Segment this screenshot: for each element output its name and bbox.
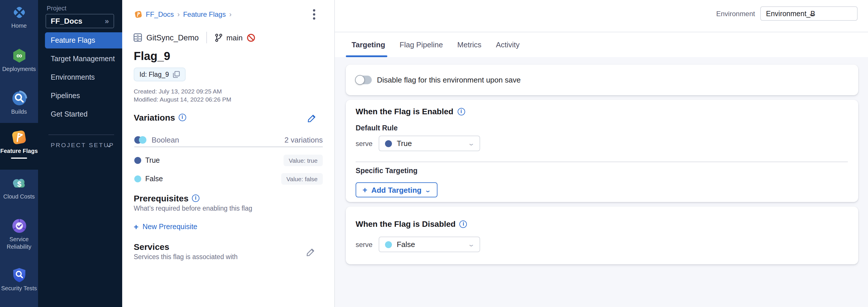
disable-flag-toggle[interactable] (355, 76, 372, 84)
divider (134, 146, 323, 147)
rail-label: Service Reliability (0, 236, 38, 250)
rail-label: Home (0, 23, 38, 30)
breadcrumb-separator: › (229, 10, 231, 19)
flag-disabled-heading-row: When the Flag is Disabled i (355, 219, 467, 228)
deployments-icon: ∞ (11, 48, 27, 63)
project-name: FF_Docs (51, 17, 105, 25)
info-icon[interactable]: i (178, 114, 186, 121)
false-variation-dot (134, 175, 141, 183)
variations-heading-row: Variations i (134, 113, 186, 122)
variation-name: False (145, 175, 163, 183)
edit-variations-button[interactable] (307, 113, 317, 123)
variation-row-true: True Value: true (134, 155, 323, 166)
default-rule-label: Default Rule (355, 124, 398, 132)
info-icon[interactable]: i (460, 220, 467, 228)
edit-services-button[interactable] (306, 247, 316, 257)
rail-label: Builds (0, 109, 38, 116)
project-section-label: Project (47, 5, 67, 11)
sidebar-item-pipelines[interactable]: Pipelines (45, 88, 122, 104)
module-rail: Home ∞ Deployments Builds (0, 0, 38, 307)
flag-options-menu-button[interactable] (309, 8, 319, 21)
tab-activity[interactable]: Activity (496, 40, 520, 49)
security-tests-icon (11, 267, 27, 283)
serve-value: True (397, 139, 464, 148)
sidebar-item-target-management[interactable]: Target Management (45, 51, 122, 67)
rail-item-cloud-costs[interactable]: $ Cloud Costs (0, 175, 38, 200)
disabled-variation-select[interactable]: False ⌄ (379, 236, 480, 252)
sidebar-item-feature-flags[interactable]: Feature Flags (45, 32, 122, 49)
sync-disabled-icon (247, 33, 255, 42)
chevron-down-icon: ⌄ (808, 9, 859, 18)
default-rule-serve-row: serve True ⌄ (355, 136, 480, 151)
feature-flags-icon (11, 129, 27, 145)
variation-type-label: Boolean (152, 136, 179, 144)
false-variation-dot (385, 241, 392, 248)
true-variation-dot (134, 157, 141, 164)
breadcrumb-feature-flags-link[interactable]: Feature Flags (183, 10, 226, 19)
flag-id-label: Id: Flag_9 (140, 71, 169, 78)
cloud-costs-icon: $ (11, 175, 27, 191)
builds-icon (11, 91, 27, 106)
plus-icon (363, 185, 367, 194)
prerequisites-heading-row: Prerequisites i (134, 193, 199, 203)
specific-targeting-label: Specific Targeting (355, 167, 417, 175)
rail-label: Feature Flags (0, 148, 38, 155)
git-branch-name[interactable]: main (226, 33, 243, 42)
flag-created-at: Created: July 13, 2022 09:25 AM (134, 88, 222, 95)
project-selector[interactable]: FF_Docs » (45, 14, 114, 28)
flag-id-chip: Id: Flag_9 (134, 67, 186, 81)
flag-title: Flag_9 (134, 50, 170, 63)
services-heading: Services (134, 242, 169, 252)
disable-flag-card: Disable flag for this environment upon s… (346, 65, 858, 95)
flag-detail-column: FF_Docs › Feature Flags › GitSync_Demo m… (122, 0, 335, 307)
variation-type-row: Boolean 2 variations (134, 136, 323, 144)
breadcrumb-separator: › (177, 10, 180, 19)
sidebar-divider (49, 135, 114, 135)
git-branch-icon (214, 33, 222, 42)
rail-item-service-reliability[interactable]: Service Reliability (0, 218, 38, 250)
environment-select[interactable]: Environment_B ⌄ (760, 6, 858, 21)
git-sync-row: GitSync_Demo main (133, 32, 255, 43)
project-sidebar: Project FF_Docs » Feature Flags Target M… (38, 0, 122, 307)
project-setup-toggle[interactable]: PROJECT SETUP ⌄ (51, 141, 114, 148)
project-setup-label: PROJECT SETUP (51, 141, 114, 148)
add-targeting-button[interactable]: Add Targeting ⌄ (355, 183, 437, 197)
info-icon[interactable]: i (192, 194, 199, 202)
serve-label: serve (355, 240, 373, 248)
services-heading-row: Services (134, 242, 169, 252)
variation-value-badge: Value: true (284, 155, 323, 166)
new-prerequisite-button[interactable]: New Prerequisite (134, 222, 197, 231)
rail-item-builds[interactable]: Builds (0, 91, 38, 116)
flag-disabled-heading: When the Flag is Disabled (355, 219, 456, 228)
info-icon[interactable]: i (457, 108, 465, 115)
disable-flag-label: Disable flag for this environment upon s… (377, 76, 521, 84)
copy-icon[interactable] (173, 71, 180, 78)
flag-disabled-card: When the Flag is Disabled i serve False … (346, 206, 858, 264)
tab-bar: Targeting Flag Pipeline Metrics Activity (351, 32, 520, 57)
rail-label: Cloud Costs (0, 193, 38, 200)
variation-row-false: False Value: false (134, 173, 323, 185)
svg-text:∞: ∞ (16, 51, 22, 60)
expand-project-icon[interactable]: » (105, 17, 109, 25)
flag-modified-at: Modified: August 14, 2022 06:26 PM (134, 96, 231, 103)
git-repo-name[interactable]: GitSync_Demo (146, 33, 199, 42)
tab-flag-pipeline[interactable]: Flag Pipeline (400, 40, 443, 49)
sidebar-item-get-started[interactable]: Get Started (45, 106, 122, 122)
targeting-content: Disable flag for this environment upon s… (335, 57, 868, 307)
default-rule-variation-select[interactable]: True ⌄ (379, 136, 480, 151)
rail-item-feature-flags[interactable]: Feature Flags (0, 123, 38, 170)
rail-item-home[interactable]: Home (0, 5, 38, 30)
tab-metrics[interactable]: Metrics (457, 40, 482, 49)
divider (355, 162, 848, 162)
breadcrumb-project-link[interactable]: FF_Docs (146, 10, 174, 19)
rail-item-deployments[interactable]: ∞ Deployments (0, 48, 38, 73)
environment-row: Environment Environment_B ⌄ (716, 6, 858, 21)
plus-icon (134, 222, 138, 231)
sidebar-item-environments[interactable]: Environments (45, 69, 122, 85)
flag-enabled-heading-row: When the Flag is Enabled i (355, 107, 465, 116)
new-prerequisite-label: New Prerequisite (142, 223, 197, 231)
boolean-type-icon (134, 136, 147, 144)
rail-label: Deployments (0, 66, 38, 73)
rail-item-security-tests[interactable]: Security Tests (0, 267, 38, 292)
tab-targeting[interactable]: Targeting (351, 40, 385, 49)
